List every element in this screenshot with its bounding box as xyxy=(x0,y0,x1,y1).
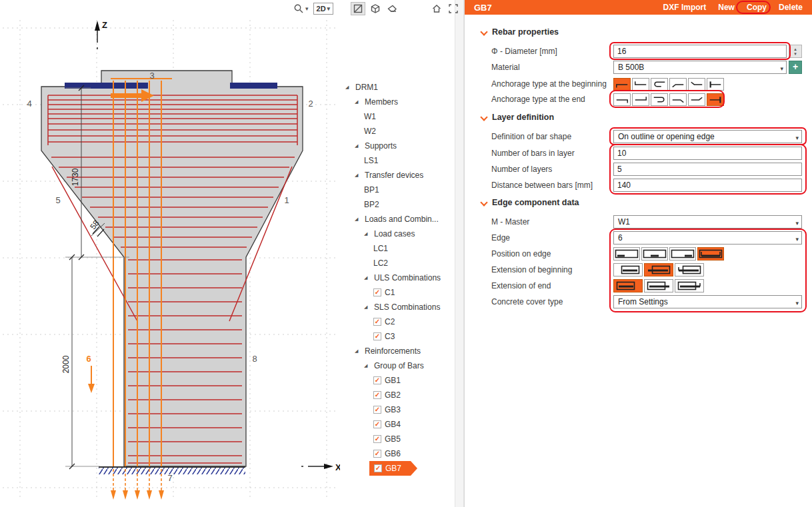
tree-item-c2[interactable]: ✓C2 xyxy=(340,314,455,329)
home-view-button[interactable] xyxy=(430,2,443,15)
anchorage-end-headed-button[interactable] xyxy=(707,93,724,106)
edge-label-2[interactable]: 2 xyxy=(308,99,313,109)
expander-icon[interactable]: ◢ xyxy=(364,231,371,237)
add-material-button[interactable]: + xyxy=(789,61,802,74)
expander-icon[interactable]: ◢ xyxy=(355,348,361,354)
dxf-import-button[interactable]: DXF Import xyxy=(663,3,707,12)
tree-item-w1[interactable]: W1 xyxy=(340,109,455,124)
section-edge-component-data[interactable]: Edge component data xyxy=(481,196,579,209)
section-layer-definition[interactable]: Layer definition xyxy=(481,111,554,124)
position-on-edge-end-button[interactable] xyxy=(669,247,696,260)
expander-icon[interactable]: ◢ xyxy=(364,275,371,280)
tree-item-load-cases[interactable]: ◢Load cases xyxy=(340,227,455,241)
tree-item-gb7-selected[interactable]: ✓GB7 xyxy=(340,461,455,476)
tree-scrollbar[interactable] xyxy=(455,0,464,507)
tree-item-supports[interactable]: ◢Supports xyxy=(340,139,455,153)
eraser-button[interactable] xyxy=(385,2,399,15)
tree-item-sls-combinations[interactable]: ◢SLS Combinations xyxy=(340,300,455,314)
extension-end-extend-button[interactable] xyxy=(644,279,673,292)
extension-begin-none-button[interactable] xyxy=(613,263,643,276)
new-button[interactable]: New xyxy=(718,3,735,12)
section-collapse-icon[interactable] xyxy=(481,199,487,206)
expander-icon[interactable]: ◢ xyxy=(355,99,361,105)
spinner-down-icon[interactable]: ▾ xyxy=(794,51,797,56)
expander-icon[interactable]: ◢ xyxy=(355,143,361,149)
extension-end-none-button[interactable] xyxy=(613,279,643,292)
checkbox-checked-icon[interactable]: ✓ xyxy=(373,435,381,443)
view-mode-2d-button[interactable]: 2D ▾ xyxy=(313,3,334,15)
edge-label-4[interactable]: 4 xyxy=(27,99,31,109)
edge-label-6-selected[interactable]: 6 xyxy=(86,354,91,364)
anchorage-end-loop-button[interactable] xyxy=(651,93,668,106)
tree-item-lc2[interactable]: LC2 xyxy=(340,256,455,270)
tree-item-bp2[interactable]: BP2 xyxy=(340,197,455,212)
position-on-edge-begin-button[interactable] xyxy=(613,247,640,260)
expander-icon[interactable]: ◢ xyxy=(364,363,371,368)
anchorage-begin-loop-button[interactable] xyxy=(651,78,668,91)
edge-label-1[interactable]: 1 xyxy=(284,195,289,205)
tree-item-reinforcements[interactable]: ◢Reinforcements xyxy=(340,344,455,358)
checkbox-checked-icon[interactable]: ✓ xyxy=(373,450,381,458)
anchorage-begin-hook-down-button[interactable] xyxy=(613,78,631,91)
expander-icon[interactable]: ◢ xyxy=(355,173,361,178)
checkbox-checked-icon[interactable]: ✓ xyxy=(373,288,381,296)
section-collapse-icon[interactable] xyxy=(481,114,487,121)
material-select[interactable]: B 500B ▾ xyxy=(613,61,787,74)
tree-item-members[interactable]: ◢Members xyxy=(340,95,455,109)
edge-label-3[interactable]: 3 xyxy=(149,71,154,81)
bearing-plate-bp2[interactable] xyxy=(230,83,277,89)
checkbox-checked-icon[interactable]: ✓ xyxy=(374,464,382,472)
copy-button[interactable]: Copy xyxy=(747,3,767,12)
tree-item-transfer-devices[interactable]: ◢Transfer devices xyxy=(340,168,455,183)
section-rebar-properties[interactable]: Rebar properties xyxy=(481,25,559,39)
extension-begin-hook-button[interactable] xyxy=(675,263,704,276)
anchorage-begin-hook-up-button[interactable] xyxy=(632,78,649,91)
tree-item-loads-and-combinations[interactable]: ◢Loads and Combin... xyxy=(340,212,455,227)
tree-item-lc1[interactable]: LC1 xyxy=(340,241,455,256)
tree-item-gb1[interactable]: ✓GB1 xyxy=(340,373,455,388)
tree-item-gb6[interactable]: ✓GB6 xyxy=(340,446,455,461)
checkbox-checked-icon[interactable]: ✓ xyxy=(373,406,381,414)
concrete-cover-select[interactable]: From Settings ▾ xyxy=(613,295,802,308)
tree-item-c1[interactable]: ✓C1 xyxy=(340,285,455,300)
number-of-layers-input[interactable] xyxy=(613,163,802,176)
diameter-stepper[interactable]: ▴ ▾ xyxy=(789,45,802,58)
expander-icon[interactable]: ◢ xyxy=(364,304,371,310)
zoom-tool-button[interactable]: ▾ xyxy=(292,2,310,15)
tree-item-w2[interactable]: W2 xyxy=(340,124,455,139)
edge-label-5[interactable]: 5 xyxy=(55,195,60,205)
master-select[interactable]: W1 ▾ xyxy=(613,215,802,229)
edge-label-7[interactable]: 7 xyxy=(167,473,172,483)
model-canvas[interactable]: 1730 2000 58 1 2 3 4 5 6 7 8 Z X xyxy=(0,0,340,507)
edge-select[interactable]: 6 ▾ xyxy=(613,231,802,245)
fit-view-button[interactable] xyxy=(447,2,460,15)
delete-button[interactable]: Delete xyxy=(779,3,803,12)
position-on-edge-middle-button[interactable] xyxy=(641,247,668,260)
position-on-edge-full-button[interactable] xyxy=(697,247,724,260)
section-collapse-icon[interactable] xyxy=(481,29,487,35)
tree-item-gb4[interactable]: ✓GB4 xyxy=(340,417,455,432)
bars-in-layer-input[interactable] xyxy=(613,147,802,160)
chevron-down-icon[interactable]: ▾ xyxy=(305,5,309,12)
tree-item-drm1[interactable]: ◢DRM1 xyxy=(340,80,455,95)
checkbox-checked-icon[interactable]: ✓ xyxy=(373,420,381,428)
anchorage-end-bend-up-button[interactable] xyxy=(688,93,705,106)
checkbox-checked-icon[interactable]: ✓ xyxy=(373,391,381,399)
anchorage-begin-bend-down-button[interactable] xyxy=(669,78,687,91)
bar-shape-select[interactable]: On outline or opening edge ▾ xyxy=(613,130,802,143)
anchorage-begin-bend-up-button[interactable] xyxy=(688,78,705,91)
expander-icon[interactable]: ◢ xyxy=(345,85,352,90)
section-view-button[interactable] xyxy=(351,2,365,15)
checkbox-checked-icon[interactable]: ✓ xyxy=(373,376,381,384)
extension-end-hook-button[interactable] xyxy=(675,279,704,292)
anchorage-begin-headed-button[interactable] xyxy=(707,78,724,91)
checkbox-checked-icon[interactable]: ✓ xyxy=(373,318,381,326)
cube-view-button[interactable] xyxy=(369,2,382,15)
checkbox-checked-icon[interactable]: ✓ xyxy=(373,332,381,340)
chevron-down-icon[interactable]: ▾ xyxy=(327,5,331,12)
edge-label-8[interactable]: 8 xyxy=(252,354,257,364)
tree-item-ls1[interactable]: LS1 xyxy=(340,153,455,168)
tree-item-uls-combinations[interactable]: ◢ULS Combinations xyxy=(340,270,455,285)
tree-item-gb5[interactable]: ✓GB5 xyxy=(340,432,455,446)
anchorage-end-bend-down-button[interactable] xyxy=(669,93,687,106)
